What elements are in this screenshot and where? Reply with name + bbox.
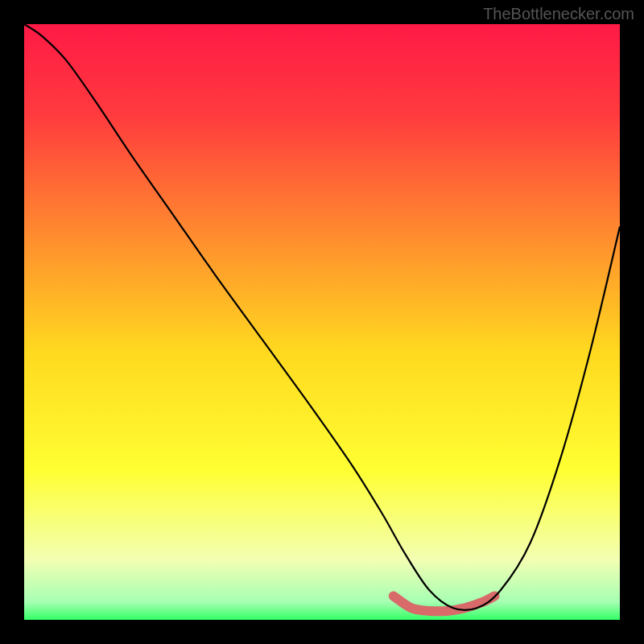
bottleneck-chart xyxy=(24,24,620,620)
chart-svg xyxy=(24,24,620,620)
watermark-text: TheBottlenecker.com xyxy=(483,5,634,23)
chart-background xyxy=(24,24,620,620)
